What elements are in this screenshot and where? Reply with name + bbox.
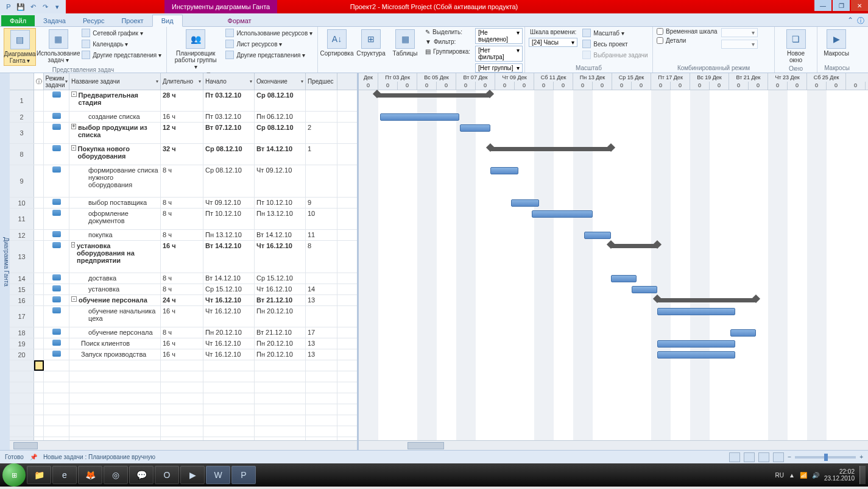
cell-duration[interactable]: 16 ч bbox=[161, 306, 203, 327]
cell-start[interactable]: Ср 15.12.10 bbox=[203, 284, 255, 294]
cell-info[interactable] bbox=[34, 273, 44, 284]
table-row[interactable]: 12покупка8 чПн 13.12.10Вт 14.12.1011 bbox=[10, 230, 357, 241]
table-row-blank[interactable] bbox=[10, 371, 357, 382]
timescale-hour[interactable]: 0 bbox=[495, 82, 515, 90]
qat-dropdown-icon[interactable]: ▾ bbox=[52, 2, 62, 12]
timescale-hour[interactable]: 0 bbox=[534, 82, 554, 90]
cell-info[interactable] bbox=[34, 144, 44, 165]
cell-start[interactable]: Чт 09.12.10 bbox=[203, 198, 255, 208]
timescale-day[interactable]: Вт 21 Дек bbox=[729, 73, 768, 82]
table-row[interactable]: 11оформление документов8 чПт 10.12.10Пн … bbox=[10, 209, 357, 230]
tab-format[interactable]: Формат bbox=[219, 15, 260, 26]
table-row[interactable]: 9формирование списка нужного оборудовани… bbox=[10, 165, 357, 198]
cell-duration[interactable]: 24 ч bbox=[161, 295, 203, 305]
summary-bar[interactable] bbox=[657, 298, 756, 302]
help-icon[interactable]: ⓘ bbox=[857, 16, 864, 26]
th-name[interactable]: Название задачи▾ bbox=[69, 73, 161, 90]
timescale-hour[interactable]: 0 bbox=[593, 82, 612, 90]
gantt-row[interactable] bbox=[359, 306, 868, 327]
cell-info[interactable] bbox=[34, 209, 44, 229]
cell-duration[interactable]: 16 ч bbox=[161, 241, 203, 273]
cell-end[interactable]: Пн 20.12.10 bbox=[255, 306, 306, 327]
timescale-day[interactable]: Пн 13 Дек bbox=[573, 73, 612, 82]
cell-mode[interactable] bbox=[44, 327, 69, 338]
tray-lang[interactable]: RU bbox=[775, 472, 784, 479]
row-number[interactable]: 12 bbox=[10, 230, 34, 240]
cell-end[interactable]: Чт 16.12.10 bbox=[255, 241, 306, 273]
cell-duration[interactable]: 8 ч bbox=[161, 273, 203, 284]
row-number[interactable] bbox=[10, 360, 34, 371]
outline-toggle-icon[interactable]: - bbox=[71, 145, 76, 151]
cell-end[interactable]: Ср 15.12.10 bbox=[255, 273, 306, 284]
cell-pred[interactable]: 8 bbox=[306, 241, 337, 273]
task-bar[interactable] bbox=[657, 340, 735, 348]
table-row[interactable]: 10выбор поставщика8 чЧт 09.12.10Пт 10.12… bbox=[10, 198, 357, 209]
taskbar-explorer[interactable]: 📁 bbox=[27, 466, 51, 484]
taskbar-messenger[interactable]: 💬 bbox=[129, 466, 153, 484]
th-mode[interactable]: Режим задачи▾ bbox=[44, 73, 69, 90]
cell-info[interactable] bbox=[34, 90, 44, 111]
cell-name[interactable]: Запуск производства bbox=[69, 349, 161, 360]
timescale-hour[interactable]: 0 bbox=[515, 82, 534, 90]
cell-end[interactable]: Чт 16.12.10 bbox=[255, 284, 306, 294]
cell-start[interactable]: Пт 03.12.10 bbox=[203, 112, 255, 122]
gantt-body[interactable] bbox=[359, 90, 868, 450]
cell-end[interactable]: Ср 08.12.10 bbox=[255, 90, 306, 111]
gantt-row[interactable] bbox=[359, 284, 868, 295]
task-bar[interactable] bbox=[460, 124, 490, 132]
team-planner-button[interactable]: 👥 Планировщик работы группы ▾ bbox=[171, 28, 221, 71]
cell-start[interactable]: Пн 20.12.10 bbox=[203, 327, 255, 338]
timescale-hour[interactable]: 0 bbox=[846, 82, 866, 90]
task-bar[interactable] bbox=[611, 275, 637, 282]
cell-duration[interactable]: 16 ч bbox=[161, 338, 203, 349]
cell-name[interactable]: Поиск клиентов bbox=[69, 338, 161, 349]
cell-end[interactable] bbox=[255, 360, 306, 371]
table-row[interactable]: 3+выбор продукции из списка12 чВт 07.12.… bbox=[10, 123, 357, 144]
cell-start[interactable]: Чт 16.12.10 bbox=[203, 349, 255, 360]
details-view-combo[interactable]: ▾ bbox=[721, 40, 758, 49]
cell-info[interactable] bbox=[34, 295, 44, 305]
timescale-day[interactable]: Дек bbox=[359, 73, 378, 82]
timescale-hour[interactable]: 0 bbox=[671, 82, 690, 90]
gantt-row[interactable] bbox=[359, 241, 868, 273]
cell-start[interactable]: Вт 14.12.10 bbox=[203, 241, 255, 273]
cell-end[interactable]: Вт 14.12.10 bbox=[255, 230, 306, 240]
cell-mode[interactable] bbox=[44, 112, 69, 122]
maximize-button[interactable]: ❐ bbox=[833, 0, 850, 11]
outline-toggle-icon[interactable]: - bbox=[71, 91, 77, 97]
timescale-hour[interactable]: 0 bbox=[359, 82, 378, 90]
cell-duration[interactable]: 8 ч bbox=[161, 327, 203, 338]
cell-duration[interactable]: 16 ч bbox=[161, 349, 203, 360]
timescale-hour[interactable]: 0 bbox=[476, 82, 495, 90]
cell-pred[interactable]: 9 bbox=[306, 198, 337, 208]
task-bar[interactable] bbox=[490, 167, 518, 174]
cell-info[interactable] bbox=[34, 165, 44, 197]
selected-tasks-button[interactable]: Выбранные задачи bbox=[581, 50, 649, 60]
timescale-day[interactable]: Чт 09 Дек bbox=[495, 73, 534, 82]
table-row-blank[interactable] bbox=[10, 382, 357, 393]
undo-icon[interactable]: ↶ bbox=[28, 2, 38, 12]
timescale-day[interactable]: Сб 11 Дек bbox=[534, 73, 573, 82]
tab-view[interactable]: Вид bbox=[152, 15, 183, 27]
timescale-day[interactable]: Вс 19 Дек bbox=[690, 73, 729, 82]
gantt-row[interactable] bbox=[359, 209, 868, 230]
row-number[interactable]: 3 bbox=[10, 123, 34, 143]
cell-duration[interactable] bbox=[161, 360, 203, 371]
tab-task[interactable]: Задача bbox=[35, 15, 74, 26]
gantt-view-button[interactable]: ▤ Диаграмма Ганта ▾ bbox=[4, 28, 36, 66]
row-number[interactable]: 14 bbox=[10, 273, 34, 284]
cell-info[interactable] bbox=[34, 123, 44, 143]
start-button[interactable]: ⊞ bbox=[2, 463, 26, 487]
tray-clock[interactable]: 22:02 23.12.2010 bbox=[824, 468, 855, 482]
cell-name[interactable]: обучение начальника цеха bbox=[69, 306, 161, 327]
ribbon-minimize-icon[interactable]: ⌃ bbox=[847, 16, 853, 26]
cell-name[interactable]: -установка оборудования на предприятии bbox=[69, 241, 161, 273]
cell-info[interactable] bbox=[34, 327, 44, 338]
cell-pred[interactable]: 14 bbox=[306, 284, 337, 294]
task-bar[interactable] bbox=[380, 113, 459, 121]
cell-start[interactable]: Вт 07.12.10 bbox=[203, 123, 255, 143]
taskbar-opera[interactable]: O bbox=[155, 466, 179, 484]
gantt-row[interactable] bbox=[359, 273, 868, 284]
macros-button[interactable]: ▶Макросы bbox=[821, 28, 852, 64]
cell-duration[interactable]: 12 ч bbox=[161, 123, 203, 143]
